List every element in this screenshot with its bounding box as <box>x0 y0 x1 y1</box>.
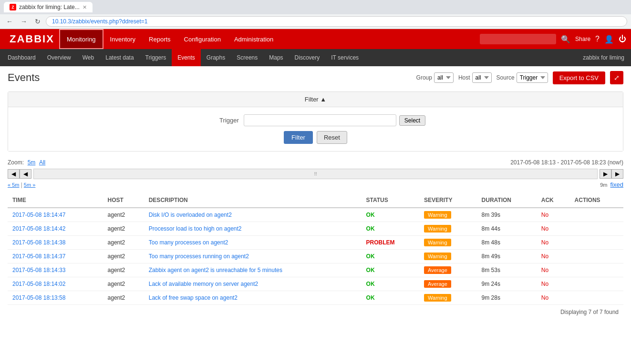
user-icon[interactable]: 👤 <box>604 35 614 44</box>
subnav-overview[interactable]: Overview <box>41 49 77 66</box>
tab-close[interactable]: ✕ <box>83 4 87 10</box>
col-severity: SEVERITY <box>419 193 477 208</box>
subnav-web[interactable]: Web <box>77 49 100 66</box>
cell-time[interactable]: 2017-05-08 18:14:38 <box>8 236 103 250</box>
subnav-events[interactable]: Events <box>172 49 201 66</box>
filter-button[interactable]: Filter <box>284 131 313 144</box>
page-title: Events <box>8 71 40 84</box>
cell-host: agent2 <box>103 236 144 250</box>
host-label: Host <box>458 74 470 81</box>
subnav-graphs[interactable]: Graphs <box>201 49 231 66</box>
cell-description[interactable]: Too many processes on agent2 <box>144 236 362 250</box>
zoom-5m-link[interactable]: 5m <box>28 159 36 166</box>
cell-status: OK <box>362 222 419 236</box>
host-select[interactable]: all <box>472 72 492 83</box>
search-input[interactable] <box>480 34 556 44</box>
cell-status: OK <box>362 263 419 277</box>
cell-description[interactable]: Lack of available memory on server agent… <box>144 277 362 291</box>
cell-duration: 9m 24s <box>477 277 537 291</box>
trigger-input[interactable] <box>244 114 396 126</box>
subnav-maps[interactable]: Maps <box>263 49 289 66</box>
cell-actions <box>570 263 623 277</box>
subnav-dashboard[interactable]: Dashboard <box>2 49 41 66</box>
col-ack: ACK <box>537 193 570 208</box>
help-icon[interactable]: ? <box>595 35 600 43</box>
filter-header[interactable]: Filter ▲ <box>8 92 623 107</box>
cell-status: OK <box>362 250 419 263</box>
nav-administration[interactable]: Administration <box>228 29 280 49</box>
events-table: TIME HOST DESCRIPTION STATUS SEVERITY DU… <box>8 193 623 305</box>
cell-ack[interactable]: No <box>537 263 570 277</box>
cell-actions <box>570 208 623 222</box>
refresh-button[interactable]: ↻ <box>32 17 43 26</box>
cell-actions <box>570 291 623 305</box>
address-bar[interactable]: 10.10.3/zabbix/events.php?ddreset=1 <box>46 16 627 27</box>
cell-status: OK <box>362 208 419 222</box>
forward-button[interactable]: → <box>18 17 30 26</box>
cell-time[interactable]: 2017-05-08 18:14:33 <box>8 263 103 277</box>
col-actions: ACTIONS <box>570 193 623 208</box>
nav-fwd2-button[interactable]: ▶ <box>611 169 623 179</box>
table-row: 2017-05-08 18:14:02 agent2 Lack of avail… <box>8 277 623 291</box>
nav-reports[interactable]: Reports <box>142 29 177 49</box>
cell-duration: 8m 44s <box>477 222 537 236</box>
nav-fwd-button[interactable]: ▶ <box>600 169 611 179</box>
source-label: Source <box>497 74 515 81</box>
cell-time[interactable]: 2017-05-08 18:14:47 <box>8 208 103 222</box>
cell-severity: Warning <box>419 250 477 263</box>
host-control: Host all <box>458 72 492 83</box>
cell-duration: 8m 48s <box>477 236 537 250</box>
back-button[interactable]: ← <box>4 17 15 26</box>
cell-severity: Average <box>419 277 477 291</box>
cell-ack[interactable]: No <box>537 236 570 250</box>
reset-button[interactable]: Reset <box>317 131 347 144</box>
nav-monitoring[interactable]: Monitoring <box>59 29 103 49</box>
cell-description[interactable]: Disk I/O is overloaded on agent2 <box>144 208 362 222</box>
cell-ack[interactable]: No <box>537 277 570 291</box>
nav-back2-button[interactable]: ◀ <box>20 169 31 179</box>
table-row: 2017-05-08 18:14:37 agent2 Too many proc… <box>8 250 623 263</box>
zoom-all-link[interactable]: All <box>39 159 45 166</box>
duration-label: 9m <box>600 182 607 188</box>
nav-configuration[interactable]: Configuration <box>177 29 228 49</box>
subnav-triggers[interactable]: Triggers <box>140 49 172 66</box>
cell-description[interactable]: Too many processes running on agent2 <box>144 250 362 263</box>
group-select[interactable]: all <box>434 72 454 83</box>
cell-ack[interactable]: No <box>537 208 570 222</box>
fixed-link[interactable]: fixed <box>610 181 623 188</box>
cell-ack[interactable]: No <box>537 222 570 236</box>
cell-duration: 9m 28s <box>477 291 537 305</box>
cell-ack[interactable]: No <box>537 291 570 305</box>
cell-ack[interactable]: No <box>537 250 570 263</box>
cell-actions <box>570 222 623 236</box>
filter-body: Trigger Select Filter Reset <box>8 107 623 151</box>
subnav-discovery[interactable]: Discovery <box>289 49 326 66</box>
cell-time[interactable]: 2017-05-08 18:14:02 <box>8 277 103 291</box>
export-csv-button[interactable]: Export to CSV <box>553 71 605 84</box>
nav-bar[interactable]: ⠿ <box>33 169 598 179</box>
search-icon[interactable]: 🔍 <box>561 35 570 44</box>
nav-back-button[interactable]: ◀ <box>8 169 20 179</box>
cell-host: agent2 <box>103 250 144 263</box>
fwd-5m-link[interactable]: 5m » <box>24 182 35 188</box>
nav-inventory[interactable]: Inventory <box>103 29 142 49</box>
share-icon[interactable]: Share <box>575 36 590 42</box>
nav-steps-row: « 5m | 5m » 9m fixed <box>8 181 623 188</box>
subnav-latest-data[interactable]: Latest data <box>100 49 139 66</box>
cell-time[interactable]: 2017-05-08 18:13:58 <box>8 291 103 305</box>
cell-description[interactable]: Processor load is too high on agent2 <box>144 222 362 236</box>
filter-header-text: Filter ▲ <box>305 96 326 103</box>
cell-description[interactable]: Lack of free swap space on agent2 <box>144 291 362 305</box>
subnav-it-services[interactable]: IT services <box>325 49 364 66</box>
subnav-screens[interactable]: Screens <box>231 49 263 66</box>
cell-host: agent2 <box>103 222 144 236</box>
select-button[interactable]: Select <box>399 115 425 126</box>
expand-button[interactable]: ⤢ <box>610 71 623 84</box>
back-5m-link[interactable]: « 5m <box>8 182 19 188</box>
browser-tab[interactable]: Z zabbix for liming: Late... ✕ <box>4 2 93 12</box>
cell-time[interactable]: 2017-05-08 18:14:42 <box>8 222 103 236</box>
cell-time[interactable]: 2017-05-08 18:14:37 <box>8 250 103 263</box>
cell-description[interactable]: Zabbix agent on agent2 is unreachable fo… <box>144 263 362 277</box>
power-icon[interactable]: ⏻ <box>619 35 626 43</box>
source-select[interactable]: Trigger <box>517 72 548 83</box>
